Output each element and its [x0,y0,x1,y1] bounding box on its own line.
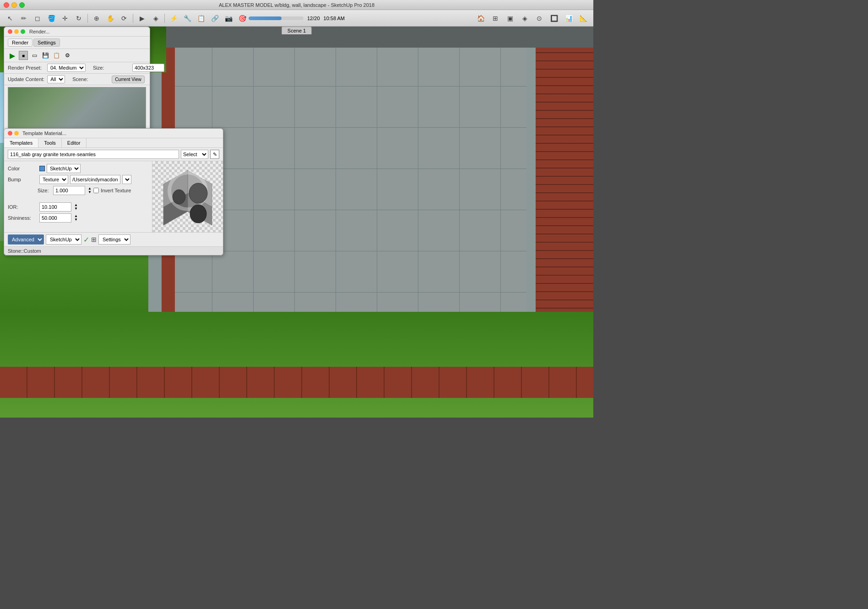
render-panel-traffic-lights[interactable] [8,29,25,34]
bottom-select-1[interactable]: SketchUp [46,234,81,245]
render-panel-maximize[interactable] [21,29,25,34]
render-copy-btn[interactable]: 📋 [52,51,61,60]
toolbar-extra-4[interactable]: 🔗 [208,12,221,25]
shininess-label: Shininess: [8,215,38,221]
toolbar-eraser-tool[interactable]: ◻ [31,12,44,25]
material-pick-btn[interactable]: ✎ [210,150,219,159]
scene-tab[interactable]: Scene 1 [282,27,312,34]
tab-templates[interactable]: Templates [4,138,38,147]
toolbar-rotate-tool[interactable]: ↻ [72,12,85,25]
render-size-input[interactable] [132,64,164,72]
material-close-btn[interactable] [8,131,12,136]
material-apply-btn[interactable]: ✓ [83,235,89,244]
brick-path [0,367,593,398]
ior-spinner[interactable]: ▲ ▼ [74,203,78,211]
toolbar-right-7[interactable]: 📊 [562,12,575,25]
ior-input[interactable] [39,202,71,212]
toolbar-extra-5[interactable]: 📷 [222,12,235,25]
separator-3 [164,14,165,23]
toolbar-paint-tool[interactable]: 🪣 [45,12,58,25]
bump-type-select[interactable]: Texture [39,175,68,184]
toolbar-extra-3[interactable]: 📋 [195,12,207,25]
toolbar-extra-2[interactable]: 🔧 [181,12,194,25]
main-toolbar: ↖ ✏ ◻ 🪣 ✛ ↻ ⊕ ✋ ⟳ ▶ ◈ ⚡ 🔧 📋 🔗 📷 🎯 12/20 … [0,10,593,27]
bump-size-label: Size: [38,188,51,193]
advanced-dropdown[interactable]: Advanced [8,234,44,245]
toolbar-right-1[interactable]: 🏠 [474,12,487,25]
maximize-button[interactable] [19,2,25,8]
render-stop-btn[interactable]: ■ [19,51,28,60]
toolbar-right-8[interactable]: 📐 [577,12,590,25]
toolbar-pencil-tool[interactable]: ✏ [17,12,30,25]
toolbar-select-tool[interactable]: ↖ [4,12,16,25]
scene-tab-label: Scene 1 [288,28,306,33]
material-name-dropdown[interactable]: Select [181,150,208,159]
material-panel-titlebar: Template Material... [4,129,223,138]
material-panel: Template Material... Templates Tools Edi… [4,128,223,256]
toolbar-render-btn[interactable]: ▶ [136,12,148,25]
toolbar-right-5[interactable]: ⊙ [533,12,546,25]
material-name-row: Select ✎ [4,148,223,161]
material-grid-btn[interactable]: ⊞ [91,236,97,243]
bump-label: Bump [8,177,38,182]
toolbar-extra-6[interactable]: 🎯 [236,12,249,25]
color-select[interactable]: SketchUp [47,164,81,173]
render-panel-minimize[interactable] [14,29,19,34]
render-update-row: Update Content: All Scene: Current View [4,74,150,85]
toolbar-right-4[interactable]: ◈ [518,12,531,25]
separator-2 [133,14,133,23]
app-titlebar: ALEX MASTER MODEL w/bldg, wall, landscap… [0,0,593,10]
bump-row: Bump Texture ▼ [8,175,148,184]
render-play-btn[interactable]: ▶ [8,51,17,60]
render-update-select[interactable]: All [47,75,65,83]
toolbar-zoom-tool[interactable]: ⊕ [90,12,103,25]
brick-right [536,45,593,312]
shininess-input[interactable] [39,213,71,223]
render-preset-select[interactable]: 04. Medium [47,64,86,72]
render-panel-title: Render... [29,29,50,34]
svg-point-34 [173,190,185,204]
tab-tools[interactable]: Tools [38,138,62,147]
toolbar-right-2[interactable]: ⊞ [489,12,502,25]
svg-point-33 [189,183,207,203]
color-label: Color [8,166,38,171]
material-preview-area [152,161,223,232]
toolbar-orbit-tool[interactable]: ⟳ [118,12,130,25]
toolbar-right-3[interactable]: ▣ [504,12,516,25]
granite-tiles [171,45,527,312]
toolbar-progress-bar [249,16,304,20]
render-scene-label: Scene: [72,76,109,82]
invert-texture-checkbox[interactable] [93,188,99,193]
material-preview-cube [152,161,223,232]
render-settings-btn[interactable]: ⚙ [63,51,72,60]
color-swatch[interactable] [39,166,45,171]
toolbar-move-tool[interactable]: ✛ [59,12,71,25]
bump-size-spinner[interactable]: ▲ ▼ [88,187,92,194]
toolbar-extra-1[interactable]: ⚡ [167,12,180,25]
render-save-btn[interactable]: 💾 [41,51,50,60]
toolbar-material-btn[interactable]: ◈ [149,12,162,25]
tab-render[interactable]: Render [8,38,33,47]
toolbar-right-6[interactable]: 🔲 [548,12,560,25]
render-region-btn[interactable]: ▭ [30,51,39,60]
settings-dropdown[interactable]: Settings [98,234,130,245]
toolbar-pan-tool[interactable]: ✋ [104,12,117,25]
tab-settings[interactable]: Settings [33,38,60,47]
bump-path-input[interactable] [70,175,120,184]
minimize-button[interactable] [11,2,17,8]
shininess-spinner[interactable]: ▲ ▼ [74,214,78,222]
bump-size-input[interactable] [53,186,85,195]
bump-path-dropdown[interactable]: ▼ [122,175,131,184]
tab-editor[interactable]: Editor [62,138,87,147]
render-controls: ▶ ■ ▭ 💾 📋 ⚙ [4,49,150,62]
material-name-input[interactable] [8,150,179,159]
render-panel-close[interactable] [8,29,12,34]
render-scene-btn[interactable]: Current View [112,76,145,83]
close-button[interactable] [4,2,9,8]
material-traffic-lights[interactable] [8,131,19,136]
traffic-lights[interactable] [4,2,25,8]
material-minimize-btn[interactable] [14,131,19,136]
material-bottom-bar: Advanced SketchUp ✓ ⊞ Settings [4,232,223,246]
render-panel-titlebar: Render... [4,27,150,37]
render-preset-row: Render Preset: 04. Medium Size: [4,62,150,74]
